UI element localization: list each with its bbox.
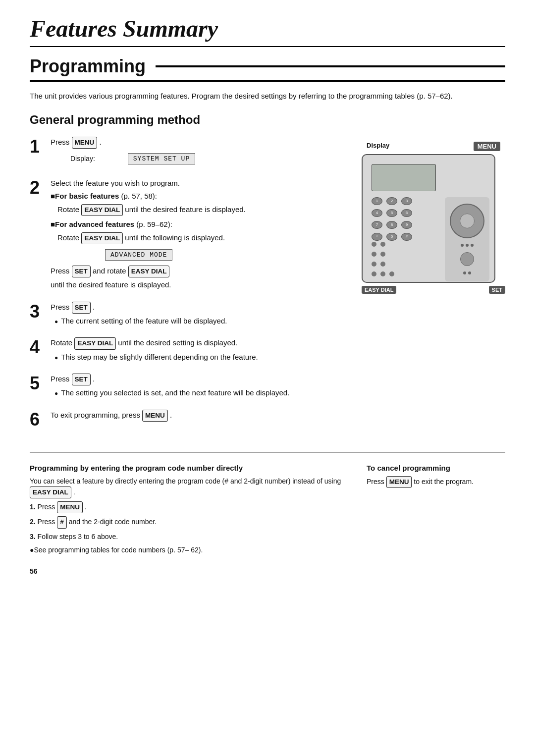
dot-1 [461, 244, 464, 247]
step-4-text: Rotate EASY DIAL until the desired setti… [51, 337, 347, 349]
key-hash: # [401, 233, 412, 241]
step-2-basic: ■For basic features (p. 57, 58): [51, 191, 347, 202]
bottom-section: Programming by entering the program code… [30, 452, 505, 558]
step-6-number: 6 [30, 411, 44, 429]
key-8: 8 [386, 221, 397, 229]
bottom-step-2: 2. Press # and the 2-digit code number. [30, 516, 342, 528]
bottom-note: ●See programming tables for code numbers… [30, 545, 342, 555]
step-2-press-set: Press SET and rotate EASY DIAL [51, 266, 347, 277]
indicator-9 [389, 271, 394, 276]
step-5-bullet: The setting you selected is set, and the… [54, 387, 347, 399]
intro-text: The unit provides various programming fe… [30, 91, 505, 102]
step-5-content: Press SET . The setting you selected is … [51, 374, 347, 401]
set-label-device: SET [489, 286, 505, 294]
key-4: 4 [372, 209, 382, 217]
key-6: 6 [401, 209, 412, 217]
indicator-8 [380, 271, 385, 276]
step-3-number: 3 [30, 303, 44, 321]
system-set-up-display: SYSTEM SET UP [128, 153, 195, 164]
step-2-basic-detail: Rotate EASY DIAL until the desired featu… [57, 204, 347, 216]
key-1: 1 [372, 197, 382, 205]
set-key-5: SET [72, 374, 91, 385]
left-indicators-4 [372, 271, 394, 276]
key-9: 9 [401, 221, 412, 229]
step-3: 3 Press SET . The current setting of the… [30, 302, 347, 329]
step-2-adv: ■For advanced features (p. 59–62): [51, 219, 347, 230]
bottom-right: To cancel programming Press MENU to exit… [367, 464, 505, 558]
dot-3 [471, 244, 474, 247]
left-indicators-3 [372, 262, 385, 267]
advanced-mode-display: ADVANCED MODE [105, 249, 172, 261]
key-3: 3 [401, 197, 412, 205]
step-5-text: Press SET . [51, 374, 347, 385]
step-2-text: Select the feature you wish to program. [51, 178, 347, 189]
indicator-6 [380, 262, 385, 267]
device-column: Display MENU 1 2 3 4 5 6 7 8 9 * [362, 137, 505, 294]
key-5: 5 [386, 209, 397, 217]
indicator-5 [372, 262, 376, 267]
easy-dial-key-2c: EASY DIAL [128, 266, 170, 277]
bottom-right-title: To cancel programming [367, 464, 505, 472]
menu-key-bottom-1: MENU [57, 501, 83, 513]
step-4-number: 4 [30, 338, 44, 356]
step-2-content: Select the feature you wish to program. … [51, 178, 347, 293]
menu-key-1: MENU [72, 137, 98, 149]
easy-dial-key-bottom: EASY DIAL [30, 486, 71, 498]
device-screen [372, 164, 436, 191]
easy-dial-key-2b: EASY DIAL [81, 232, 123, 244]
indicator-1 [372, 242, 376, 247]
step-6: 6 To exit programming, press MENU . [30, 410, 347, 429]
step-3-text: Press SET . [51, 302, 347, 314]
step-1-display-row: Display: SYSTEM SET UP [70, 151, 347, 166]
steps-column: 1 Press MENU . Display: SYSTEM SET UP 2 … [30, 137, 347, 437]
bottom-left-intro: You can select a feature by directly ent… [30, 476, 342, 498]
menu-label-device: MENU [474, 142, 500, 151]
device-top-labels: Display MENU [362, 142, 505, 151]
bottom-right-text: Press MENU to exit the program. [367, 476, 505, 488]
menu-key-cancel: MENU [386, 476, 412, 488]
step-2: 2 Select the feature you wish to program… [30, 178, 347, 293]
page-title: Features Summary [30, 15, 505, 47]
dot-5 [468, 271, 471, 274]
key-star: * [372, 233, 382, 241]
step-3-content: Press SET . The current setting of the f… [51, 302, 347, 329]
step-5-number: 5 [30, 375, 44, 392]
menu-key-6: MENU [142, 410, 168, 422]
easy-dial-center [460, 214, 475, 228]
dot-4 [463, 271, 466, 274]
step-4-content: Rotate EASY DIAL until the desired setti… [51, 337, 347, 365]
indicator-4 [380, 252, 385, 257]
step-4: 4 Rotate EASY DIAL until the desired set… [30, 337, 347, 365]
left-indicators [372, 242, 385, 247]
advanced-mode-display-row: ADVANCED MODE [75, 247, 347, 263]
dots-row [461, 244, 474, 247]
bottom-left: Programming by entering the program code… [30, 464, 342, 558]
key-2: 2 [386, 197, 397, 205]
step-1-content: Press MENU . Display: SYSTEM SET UP [51, 137, 347, 169]
display-label-1: Display: [70, 155, 95, 162]
step-2-adv-detail: Rotate EASY DIAL until the following is … [57, 232, 347, 244]
easy-dial-key-2a: EASY DIAL [81, 204, 123, 216]
step-4-bullet: This step may be slightly different depe… [54, 352, 347, 363]
device-keypad: 1 2 3 4 5 6 7 8 9 * 0 # [372, 197, 414, 243]
hash-key-bottom: # [57, 516, 67, 528]
easy-dial-control [450, 204, 484, 238]
dots-row-2 [463, 271, 471, 274]
bottom-step-1: 1. Press MENU . [30, 501, 342, 513]
bottom-left-title: Programming by entering the program code… [30, 464, 342, 472]
set-key-3: SET [72, 302, 91, 314]
set-button-device [460, 252, 474, 266]
step-2-number: 2 [30, 179, 44, 197]
device-bottom-labels: EASY DIAL SET [362, 286, 505, 294]
step-6-text: To exit programming, press MENU . [51, 410, 347, 422]
device-illustration: 1 2 3 4 5 6 7 8 9 * 0 # [362, 154, 495, 283]
key-7: 7 [372, 221, 382, 229]
bottom-step-3: 3. Follow steps 3 to 6 above. [30, 532, 342, 542]
step-5: 5 Press SET . The setting you selected i… [30, 374, 347, 401]
easy-dial-label-device: EASY DIAL [362, 286, 396, 294]
step-2-until: until the desired feature is displayed. [51, 279, 347, 291]
key-0: 0 [386, 233, 397, 241]
device-container: Display MENU 1 2 3 4 5 6 7 8 9 * [362, 142, 505, 294]
dot-2 [466, 244, 469, 247]
step-6-content: To exit programming, press MENU . [51, 410, 347, 424]
